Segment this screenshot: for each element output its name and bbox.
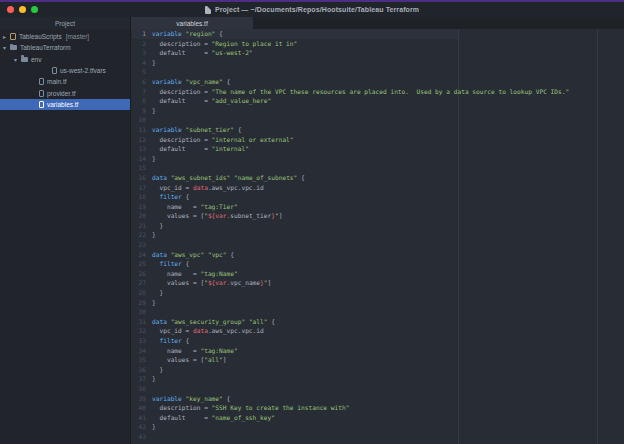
minimize-button[interactable] — [19, 6, 26, 13]
code-line-38[interactable]: 38 — [132, 384, 624, 394]
code-line-31[interactable]: 31data "aws_security_group" "all" { — [132, 317, 624, 327]
line-content: default = "add_value_here" — [152, 96, 271, 106]
line-number: 17 — [132, 183, 146, 193]
code-line-8[interactable]: 8 default = "add_value_here" — [132, 96, 624, 106]
line-number: 29 — [132, 298, 146, 308]
line-number: 1 — [132, 29, 146, 39]
code-line-20[interactable]: 20 values = ["${var.subnet_tier}"] — [132, 211, 624, 221]
close-button[interactable] — [7, 6, 14, 13]
sidebar-item-label: main.tf — [47, 78, 67, 85]
code-line-15[interactable]: 15 — [132, 163, 624, 173]
code-line-36[interactable]: 36 } — [132, 365, 624, 375]
line-number: 23 — [132, 240, 146, 250]
code-line-37[interactable]: 37} — [132, 374, 624, 384]
code-line-30[interactable]: 30 — [132, 307, 624, 317]
code-line-35[interactable]: 35 values = ["all"] — [132, 355, 624, 365]
code-line-42[interactable]: 42} — [132, 422, 624, 432]
code-line-5[interactable]: 5 — [132, 67, 624, 77]
code-line-25[interactable]: 25 filter { — [132, 259, 624, 269]
code-line-27[interactable]: 27 values = ["${var.vpc_name}"] — [132, 278, 624, 288]
chevron-down-icon[interactable]: ▾ — [3, 44, 10, 51]
code-line-33[interactable]: 33 filter { — [132, 336, 624, 346]
sidebar-item-env[interactable]: ▾env — [0, 54, 130, 65]
sidebar-item-label: TableauScripts — [19, 33, 62, 40]
code-line-32[interactable]: 32 vpc_id = data.aws_vpc.vpc.id — [132, 326, 624, 336]
line-content: } — [152, 365, 163, 375]
line-number: 15 — [132, 163, 146, 173]
sidebar-item-us-west-2-tfvars[interactable]: us-west-2.tfvars — [0, 65, 130, 76]
line-number: 20 — [132, 211, 146, 221]
code-line-2[interactable]: 2 description = "Region to place it in" — [132, 39, 624, 49]
code-line-29[interactable]: 29} — [132, 298, 624, 308]
code-line-1[interactable]: 1variable "region" { — [132, 29, 624, 39]
sidebar-item-main-tf[interactable]: main.tf — [0, 76, 130, 87]
line-number: 2 — [132, 39, 146, 49]
line-number: 43 — [132, 432, 146, 442]
code-line-43[interactable]: 43 — [132, 432, 624, 442]
code-line-17[interactable]: 17 vpc_id = data.aws_vpc.vpc.id — [132, 183, 624, 193]
code-line-7[interactable]: 7 description = "The name of the VPC the… — [132, 87, 624, 97]
repo-icon — [10, 33, 16, 40]
line-number: 10 — [132, 115, 146, 125]
code-line-22[interactable]: 22} — [132, 230, 624, 240]
code-line-9[interactable]: 9} — [132, 106, 624, 116]
sidebar-item-tableauscripts[interactable]: ▸TableauScripts[master] — [0, 31, 130, 42]
titlebar: Project — ~/Documents/Repos/Hootsuite/Ta… — [0, 2, 624, 17]
code-line-21[interactable]: 21 } — [132, 221, 624, 231]
line-number: 11 — [132, 125, 146, 135]
code-line-41[interactable]: 41 default = "name_of_ssh_key" — [132, 413, 624, 423]
code-line-6[interactable]: 6variable "vpc_name" { — [132, 77, 624, 87]
sidebar-item-variables-tf[interactable]: variables.tf — [0, 99, 130, 110]
line-number: 36 — [132, 365, 146, 375]
line-number: 42 — [132, 422, 146, 432]
code-line-16[interactable]: 16data "aws_subnet_ids" "name_of_subnets… — [132, 173, 624, 183]
code-line-24[interactable]: 24data "aws_vpc" "vpc" { — [132, 250, 624, 260]
project-pane-header[interactable]: Project — [0, 17, 131, 29]
line-content: description = "The name of the VPC these… — [152, 87, 569, 97]
code-line-12[interactable]: 12 description = "internal or external" — [132, 135, 624, 145]
line-content: values = ["${var.subnet_tier}"] — [152, 211, 282, 221]
line-content: } — [152, 154, 156, 164]
code-line-34[interactable]: 34 name = "tag:Name" — [132, 346, 624, 356]
line-number: 6 — [132, 77, 146, 87]
chevron-right-icon[interactable]: ▸ — [3, 33, 10, 40]
line-number: 33 — [132, 336, 146, 346]
file-icon — [52, 67, 57, 74]
line-content: filter { — [152, 259, 189, 269]
code-line-13[interactable]: 13 default = "internal" — [132, 144, 624, 154]
line-number: 8 — [132, 96, 146, 106]
code-line-28[interactable]: 28 } — [132, 288, 624, 298]
code-line-14[interactable]: 14} — [132, 154, 624, 164]
code-line-23[interactable]: 23 — [132, 240, 624, 250]
line-number: 40 — [132, 403, 146, 413]
folder-icon — [10, 45, 17, 50]
line-content: vpc_id = data.aws_vpc.vpc.id — [152, 183, 264, 193]
folder-icon — [21, 57, 28, 62]
code-line-19[interactable]: 19 name = "tag:Tier" — [132, 202, 624, 212]
line-content: filter { — [152, 192, 189, 202]
line-number: 19 — [132, 202, 146, 212]
code-line-18[interactable]: 18 filter { — [132, 192, 624, 202]
line-content: data "aws_security_group" "all" { — [152, 317, 275, 327]
line-content: filter { — [152, 336, 189, 346]
sidebar-item-provider-tf[interactable]: provider.tf — [0, 87, 130, 98]
code-line-3[interactable]: 3 default = "us-west-2" — [132, 48, 624, 58]
sidebar-item-label: variables.tf — [47, 101, 78, 108]
chevron-down-icon[interactable]: ▾ — [14, 56, 21, 63]
zoom-button[interactable] — [31, 6, 38, 13]
code-line-40[interactable]: 40 description = "SSH Key to create the … — [132, 403, 624, 413]
code-line-4[interactable]: 4} — [132, 58, 624, 68]
code-line-26[interactable]: 26 name = "tag:Name" — [132, 269, 624, 279]
code-line-39[interactable]: 39variable "key_name" { — [132, 394, 624, 404]
code-line-10[interactable]: 10 — [132, 115, 624, 125]
line-content: variable "vpc_name" { — [152, 77, 230, 87]
code-line-11[interactable]: 11variable "subnet_tier" { — [132, 125, 624, 135]
sidebar-item-tableauterraform[interactable]: ▾TableauTerraform — [0, 42, 130, 53]
line-content: default = "name_of_ssh_key" — [152, 413, 275, 423]
editor-pane[interactable]: 1variable "region" {2 description = "Reg… — [132, 29, 624, 444]
line-number: 9 — [132, 106, 146, 116]
line-content: data "aws_subnet_ids" "name_of_subnets" … — [152, 173, 305, 183]
line-number: 14 — [132, 154, 146, 164]
tab-variables-tf[interactable]: variables.tf — [131, 17, 253, 29]
line-number: 30 — [132, 307, 146, 317]
